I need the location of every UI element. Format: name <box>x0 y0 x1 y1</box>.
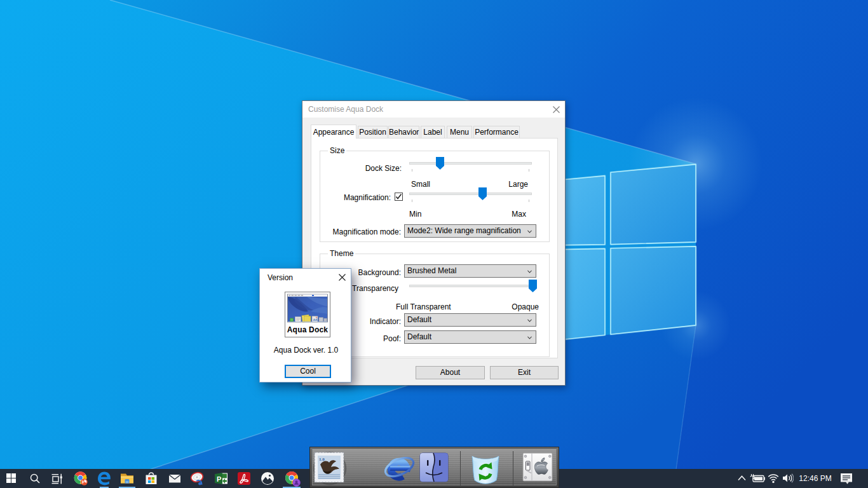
svg-text:P: P <box>217 475 221 483</box>
svg-text:1.0: 1.0 <box>319 457 325 462</box>
